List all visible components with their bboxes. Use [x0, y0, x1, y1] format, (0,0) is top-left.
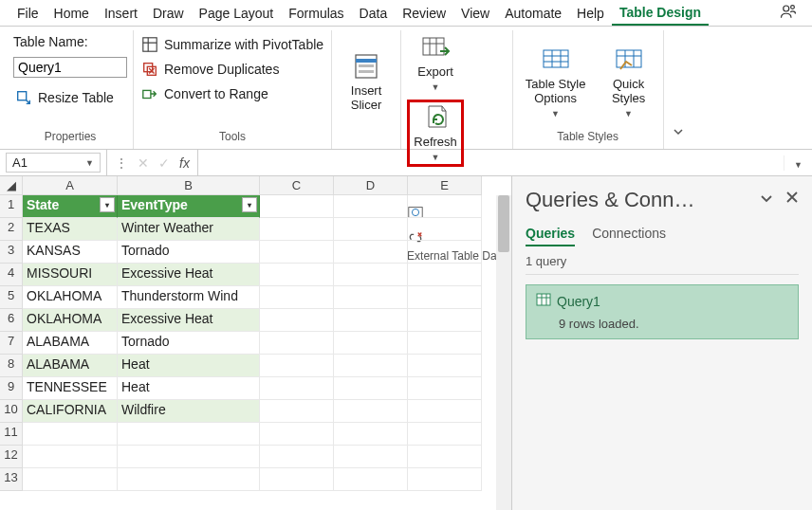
- convert-range-button[interactable]: Convert to Range: [139, 83, 325, 104]
- cell[interactable]: [260, 400, 334, 423]
- cell[interactable]: [334, 309, 408, 332]
- cell[interactable]: [408, 195, 482, 218]
- col-header-D[interactable]: D: [334, 176, 408, 195]
- cell[interactable]: Winter Weather: [118, 218, 260, 241]
- cell[interactable]: [118, 446, 260, 468]
- cell[interactable]: TENNESSEE: [23, 377, 118, 400]
- col-header-C[interactable]: C: [260, 176, 334, 195]
- cell[interactable]: [260, 264, 334, 286]
- cell[interactable]: [408, 309, 482, 332]
- col-header-E[interactable]: E: [408, 176, 482, 195]
- tab-review[interactable]: Review: [395, 2, 453, 25]
- tab-insert[interactable]: Insert: [97, 2, 145, 25]
- filter-dropdown-icon[interactable]: ▾: [242, 197, 257, 212]
- row-header[interactable]: 5: [0, 286, 23, 309]
- cell[interactable]: [408, 400, 482, 423]
- cell[interactable]: [334, 468, 408, 491]
- share-account-icon[interactable]: [774, 1, 803, 26]
- cell[interactable]: Wildfire: [118, 400, 260, 423]
- cell[interactable]: [408, 355, 482, 377]
- quick-styles-button[interactable]: Quick Styles ▼: [600, 34, 657, 130]
- col-header-B[interactable]: B: [118, 176, 260, 195]
- cell[interactable]: Heat: [118, 377, 260, 400]
- row-header[interactable]: 7: [0, 332, 23, 355]
- cell[interactable]: [118, 423, 260, 446]
- cell[interactable]: [334, 195, 408, 218]
- cell[interactable]: [260, 332, 334, 355]
- tab-page-layout[interactable]: Page Layout: [192, 2, 282, 25]
- cell[interactable]: [334, 218, 408, 241]
- tab-draw[interactable]: Draw: [145, 2, 192, 25]
- cell[interactable]: [408, 468, 482, 491]
- cell[interactable]: [334, 332, 408, 355]
- name-box[interactable]: A1 ▼: [6, 153, 101, 173]
- tab-formulas[interactable]: Formulas: [281, 2, 351, 25]
- row-header[interactable]: 8: [0, 355, 23, 377]
- cell[interactable]: [408, 218, 482, 241]
- cell[interactable]: [260, 218, 334, 241]
- cell[interactable]: OKLAHOMA: [23, 286, 118, 309]
- cell[interactable]: ALABAMA: [23, 355, 118, 377]
- table-header-eventtype[interactable]: EventType▾: [118, 195, 260, 218]
- close-icon[interactable]: [785, 191, 799, 209]
- cell[interactable]: [260, 241, 334, 264]
- cell[interactable]: [260, 377, 334, 400]
- cell[interactable]: ALABAMA: [23, 332, 118, 355]
- cell[interactable]: [260, 286, 334, 309]
- cell[interactable]: [334, 241, 408, 264]
- row-header[interactable]: 12: [0, 446, 23, 468]
- query-item[interactable]: Query1 9 rows loaded.: [526, 284, 799, 339]
- cell[interactable]: [408, 377, 482, 400]
- tab-data[interactable]: Data: [352, 2, 396, 25]
- cell[interactable]: Tornado: [118, 241, 260, 264]
- cell[interactable]: [408, 241, 482, 264]
- row-header[interactable]: 2: [0, 218, 23, 241]
- cell[interactable]: [23, 423, 118, 446]
- panel-tab-queries[interactable]: Queries: [526, 226, 575, 246]
- enter-icon[interactable]: ✓: [158, 155, 170, 171]
- cell[interactable]: TEXAS: [23, 218, 118, 241]
- insert-slicer-button[interactable]: Insert Slicer: [338, 53, 395, 112]
- cell[interactable]: KANSAS: [23, 241, 118, 264]
- cell[interactable]: [334, 400, 408, 423]
- row-header[interactable]: 13: [0, 468, 23, 491]
- cell[interactable]: CALIFORNIA: [23, 400, 118, 423]
- export-button[interactable]: Export ▼: [407, 34, 464, 92]
- spreadsheet-grid[interactable]: ◢ A B C D E 1 State▾ EventType▾ 2 TEXAS …: [0, 176, 511, 491]
- cell[interactable]: Heat: [118, 355, 260, 377]
- row-header[interactable]: 11: [0, 423, 23, 446]
- formula-input[interactable]: [197, 150, 784, 175]
- cell[interactable]: [23, 446, 118, 468]
- row-header[interactable]: 3: [0, 241, 23, 264]
- vertical-scrollbar[interactable]: [496, 195, 511, 510]
- cell[interactable]: [260, 468, 334, 491]
- cell[interactable]: Tornado: [118, 332, 260, 355]
- tab-table-design[interactable]: Table Design: [612, 1, 709, 26]
- cell[interactable]: [408, 264, 482, 286]
- cell[interactable]: [118, 468, 260, 491]
- cell[interactable]: [408, 423, 482, 446]
- tab-file[interactable]: File: [9, 2, 46, 25]
- tab-home[interactable]: Home: [46, 2, 97, 25]
- row-header[interactable]: 9: [0, 377, 23, 400]
- select-all-corner[interactable]: ◢: [0, 176, 23, 195]
- chevron-down-icon[interactable]: [759, 191, 774, 209]
- tab-view[interactable]: View: [453, 2, 497, 25]
- cell[interactable]: [408, 332, 482, 355]
- table-name-input[interactable]: [13, 57, 127, 78]
- formula-expand-button[interactable]: ▼: [784, 155, 812, 171]
- tab-automate[interactable]: Automate: [497, 2, 569, 25]
- filter-dropdown-icon[interactable]: ▾: [100, 197, 115, 212]
- cell[interactable]: [334, 264, 408, 286]
- cell[interactable]: Thunderstorm Wind: [118, 286, 260, 309]
- table-style-options-button[interactable]: Table Style Options ▼: [519, 34, 593, 130]
- cell[interactable]: Excessive Heat: [118, 309, 260, 332]
- col-header-A[interactable]: A: [23, 176, 118, 195]
- cell[interactable]: [334, 355, 408, 377]
- cell[interactable]: MISSOURI: [23, 264, 118, 286]
- resize-table-button[interactable]: Resize Table: [13, 87, 127, 108]
- cell[interactable]: [334, 286, 408, 309]
- cell[interactable]: [23, 468, 118, 491]
- cell[interactable]: [334, 446, 408, 468]
- cell[interactable]: [260, 309, 334, 332]
